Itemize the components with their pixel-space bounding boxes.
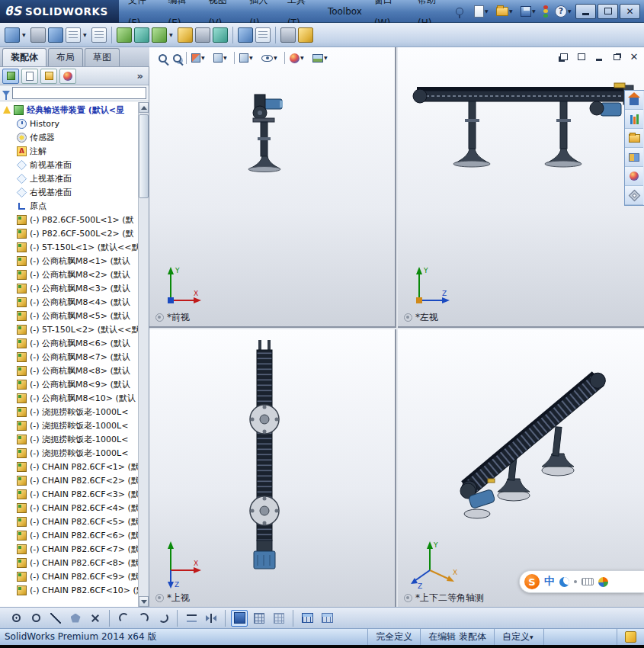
shaded-sketch-contours-button[interactable]: [231, 610, 248, 627]
mirror-entities-button[interactable]: [203, 610, 219, 627]
soft-keyboard-icon[interactable]: [582, 578, 594, 585]
view-palette-tab[interactable]: [625, 148, 643, 167]
tree-root-item[interactable]: 经典输送带装置 (默认<显: [2, 103, 138, 117]
doc-restore-button[interactable]: [610, 51, 623, 63]
edit-appearance-button[interactable]: [288, 51, 308, 65]
bill-of-materials-button[interactable]: [255, 27, 271, 43]
point-tool-button[interactable]: [8, 610, 24, 627]
filter-funnel-icon[interactable]: [2, 91, 10, 96]
tangent-arc-button[interactable]: [135, 610, 152, 627]
file-explorer-tab[interactable]: [625, 129, 643, 148]
tree-item[interactable]: 前视基准面: [2, 158, 138, 172]
tree-item[interactable]: History: [2, 117, 138, 130]
graphics-area[interactable]: Y X *前视: [149, 47, 644, 607]
view-orientation-button[interactable]: [212, 51, 231, 65]
viewport-front[interactable]: Y X *前视: [149, 47, 396, 328]
tree-item[interactable]: (-) CHAIN P82.6CF<3> (默: [2, 487, 138, 501]
screen-capture-button[interactable]: [5, 27, 20, 43]
zoom-fit-button[interactable]: [157, 53, 168, 64]
tree-scrollbar[interactable]: [138, 102, 149, 607]
circle-tool-button[interactable]: [27, 610, 44, 627]
scroll-down-button[interactable]: [139, 596, 149, 607]
menu-pin-icon[interactable]: [456, 8, 463, 15]
arc-tool-button[interactable]: [115, 610, 132, 627]
tree-item[interactable]: (-) 公商杭飘M8<9> (默认: [2, 377, 138, 391]
tree-item[interactable]: (-) 公商杭飘M8<6> (默认: [2, 336, 138, 350]
doc-close-button[interactable]: ✕: [627, 51, 641, 63]
print-preview-button[interactable]: [91, 27, 107, 43]
panel-overflow-chevron[interactable]: »: [137, 70, 146, 82]
offset-entities-button[interactable]: [183, 610, 200, 627]
tree-item[interactable]: (-) 公商杭飘M8<4> (默认: [2, 295, 138, 309]
ime-language-toggle[interactable]: 中: [544, 575, 555, 589]
smart-fasteners-button[interactable]: [178, 27, 193, 43]
menu-item[interactable]: Toolbox: [322, 0, 368, 23]
display-manager-tab[interactable]: [59, 69, 76, 84]
tree-item[interactable]: 右视基准面: [2, 185, 138, 199]
display-style-button[interactable]: [238, 51, 257, 65]
design-table-button[interactable]: [299, 610, 316, 627]
move-component-button[interactable]: [195, 27, 210, 43]
viewport-left[interactable]: Y Z *左视: [398, 47, 644, 328]
hide-show-items-button[interactable]: [260, 51, 281, 65]
trim-tool-button[interactable]: [87, 610, 104, 627]
tree-item[interactable]: 上视基准面: [2, 172, 138, 185]
tree-item[interactable]: (-) 公商杭飘M8<3> (默认: [2, 281, 138, 295]
tree-item[interactable]: (-) 公商杭飘M8<7> (默认: [2, 350, 138, 364]
three-point-arc-button[interactable]: [155, 610, 171, 627]
custom-properties-tab[interactable]: [625, 186, 643, 205]
tree-item[interactable]: (-) CHAIN P82.6CF<2> (默: [2, 473, 138, 487]
viewport-top[interactable]: X Z *上视: [149, 329, 396, 607]
tile-windows-button[interactable]: [575, 51, 588, 63]
tree-item[interactable]: 传感器: [2, 130, 138, 144]
maximize-button[interactable]: [598, 4, 618, 19]
tree-item[interactable]: (-) CHAIN P82.6CF<5> (默: [2, 515, 138, 528]
tree-item[interactable]: (-) CHAIN P82.6CF<8> (默: [2, 556, 138, 569]
new-document-button[interactable]: [473, 4, 492, 19]
tree-item[interactable]: (-) CHAIN P82.6CF<7> (默: [2, 542, 138, 556]
tree-item[interactable]: (-) 公商杭飘M8<8> (默认: [2, 364, 138, 377]
viewport-isometric[interactable]: Y X Z *上下二等角轴测: [398, 329, 644, 607]
exploded-view-button[interactable]: [298, 27, 313, 43]
options-button[interactable]: [542, 3, 551, 20]
save-button[interactable]: [519, 5, 540, 18]
ime-toolbox-icon[interactable]: [598, 577, 608, 587]
configuration-manager-tab[interactable]: [40, 69, 57, 84]
insert-component-button[interactable]: [117, 27, 132, 43]
tree-item[interactable]: (-) CHAIN P82.6CF<6> (默: [2, 528, 138, 542]
tree-item[interactable]: (-) 5T-150L<2> (默认<<默: [2, 322, 138, 336]
mate-button[interactable]: [134, 27, 149, 43]
design-library-tab[interactable]: [625, 110, 643, 129]
help-button[interactable]: ?: [553, 4, 575, 19]
scroll-up-button[interactable]: [139, 102, 149, 113]
tree-item[interactable]: (-) 浇扼捞鞍饭老-1000L<: [2, 446, 138, 460]
night-mode-icon[interactable]: [559, 577, 569, 587]
polygon-tool-button[interactable]: [67, 610, 84, 627]
snap-options-button[interactable]: [271, 610, 287, 627]
zoom-area-button[interactable]: [171, 53, 183, 64]
tree-item[interactable]: (-) 5T-150L<1> (默认<<默: [2, 240, 138, 254]
customize-button[interactable]: 自定义: [494, 629, 543, 645]
appearances-tab[interactable]: [625, 167, 643, 186]
close-button[interactable]: ✕: [620, 4, 640, 19]
line-tool-button[interactable]: [47, 610, 64, 627]
measure-button[interactable]: [280, 27, 296, 43]
property-manager-tab[interactable]: [21, 69, 38, 84]
tree-filter-input[interactable]: [12, 87, 146, 99]
tree-item[interactable]: (-) 公商杭飘M8<5> (默认: [2, 309, 138, 322]
tree-item[interactable]: (-) P82.6CF-500L<2> (默: [2, 226, 138, 240]
tree-item[interactable]: 原点: [2, 199, 138, 213]
open-button[interactable]: [495, 5, 517, 18]
grid-snap-button[interactable]: [251, 610, 268, 627]
equations-table-button[interactable]: [319, 610, 335, 627]
assembly-features-button[interactable]: [213, 27, 228, 43]
tree-item[interactable]: (-) 公商杭飘M8<10> (默认: [2, 391, 138, 405]
tree-item[interactable]: (-) CHAIN P82.6CF<1> (默: [2, 460, 138, 473]
tree-item[interactable]: (-) 浇扼捞鞍饭老-1000L<: [2, 419, 138, 432]
tree-item[interactable]: (-) 浇扼捞鞍饭老-1000L<: [2, 405, 138, 419]
doc-minimize-button[interactable]: [592, 51, 606, 63]
section-view-button[interactable]: [190, 51, 209, 65]
panel-tab[interactable]: 布局: [48, 48, 83, 66]
quick-tips-button[interactable]: [617, 629, 644, 645]
panel-tab[interactable]: 装配体: [2, 48, 46, 66]
